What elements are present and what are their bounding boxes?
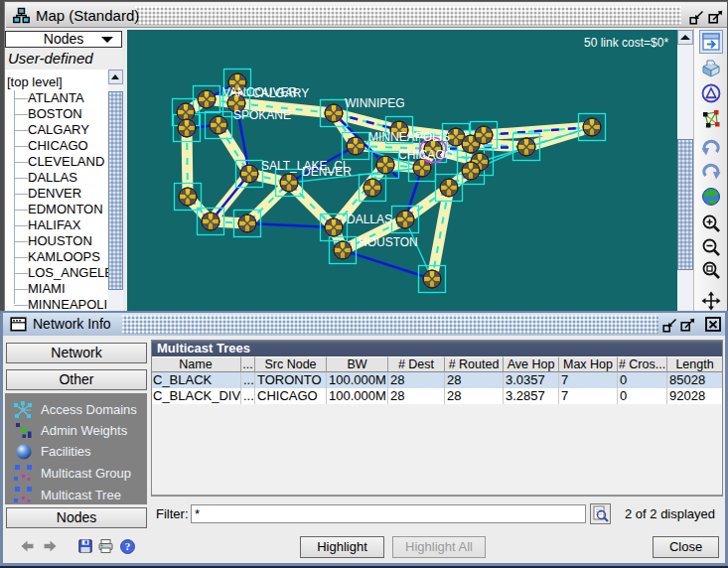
svg-text:SPOKANE: SPOKANE — [233, 108, 291, 122]
svg-text:CALGARY: CALGARY — [252, 86, 309, 100]
svg-text:HOUSTON: HOUSTON — [359, 235, 418, 249]
svg-text:MINNEAPOLIS: MINNEAPOLIS — [368, 130, 450, 144]
svg-text:CHICAGO: CHICAGO — [398, 148, 454, 162]
svg-text:50 link cost=$0*: 50 link cost=$0* — [584, 36, 668, 50]
svg-text:DALLAS: DALLAS — [347, 213, 392, 226]
svg-text:?: ? — [125, 540, 131, 552]
svg-text:DENVER: DENVER — [302, 165, 352, 179]
svg-text:WINNIPEG: WINNIPEG — [345, 96, 405, 110]
